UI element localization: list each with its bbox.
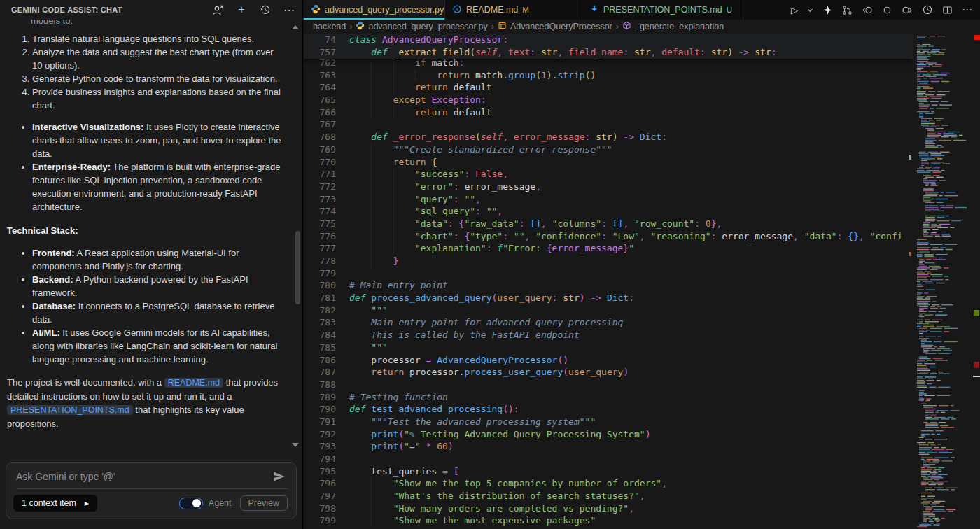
- tab-label: advanced_query_processor.py: [325, 5, 444, 15]
- code-line: 795 test_queries = [: [304, 465, 913, 478]
- breadcrumb: backend › advanced_query_processor.py › …: [304, 20, 980, 34]
- code-line: 757 def _extract_field(self, text: str, …: [304, 46, 913, 59]
- chat-input[interactable]: [16, 471, 272, 482]
- code-line: 769 """Create standardized error respons…: [304, 143, 913, 156]
- switch-account-icon[interactable]: [211, 3, 224, 16]
- tab-label: PRESENTATION_POINTS.md: [603, 5, 722, 15]
- minimap-git-added-marker: [909, 155, 911, 160]
- tab-presentation-points[interactable]: PRESENTATION_POINTS.md U: [582, 0, 743, 20]
- code-line: 776 "chart": {"type": "", "confidence": …: [304, 230, 913, 243]
- agent-toggle[interactable]: [179, 498, 203, 509]
- chat-panel-title: GEMINI CODE ASSIST: CHAT: [11, 6, 122, 14]
- ruler-added-marker: [974, 310, 979, 316]
- ruler-error-marker: [974, 35, 980, 40]
- download-arrow-icon: [589, 4, 599, 16]
- ruler-deleted-marker: [974, 362, 979, 368]
- nav-back-icon[interactable]: [862, 5, 873, 15]
- editor-actions: ▷ ⋯: [791, 0, 980, 20]
- code-line: 767: [304, 118, 913, 131]
- code-line: 777 "explanation": f"Error: {error_messa…: [304, 242, 913, 255]
- code-line: 768 def _error_response(self, error_mess…: [304, 131, 913, 143]
- scroll-up-arrow[interactable]: [292, 25, 299, 29]
- editor-pane: advanced_query_processor.py 3, M × READM…: [304, 0, 980, 529]
- chat-scrollbar[interactable]: [295, 231, 300, 304]
- source-control-graph-icon[interactable]: [842, 5, 853, 15]
- preview-button[interactable]: Preview: [240, 495, 288, 511]
- code-line: 778 }: [304, 255, 913, 267]
- tab-badge: U: [727, 6, 732, 14]
- closing-paragraph: The project is well-documented, with a R…: [7, 376, 283, 430]
- breadcrumb-class[interactable]: AdvancedQueryProcessor: [510, 22, 612, 31]
- list-item: Database: It connects to a PostgreSQL da…: [32, 299, 284, 326]
- capabilities-list: Translate natural language questions int…: [6, 32, 284, 112]
- code-line: 782 """: [304, 304, 913, 317]
- overview-ruler[interactable]: [973, 34, 980, 529]
- gemini-chat-panel: GEMINI CODE ASSIST: CHAT + ⋯ models to: …: [0, 0, 303, 529]
- chevron-right-icon: ▶: [85, 500, 89, 507]
- new-chat-icon[interactable]: +: [235, 3, 248, 16]
- code-line: 788: [304, 379, 913, 391]
- symbol-class-icon: [498, 21, 507, 32]
- code-line: 785 """: [304, 341, 913, 354]
- tab-readme[interactable]: README.md M: [445, 0, 582, 20]
- code-line: 764 return default: [304, 81, 913, 94]
- code-line: 792 print("✎ Testing Advanced Query Proc…: [304, 428, 913, 441]
- code-line: 784 This is called by the FastAPI endpoi…: [304, 329, 913, 341]
- stack-list: Frontend: A React application using Mate…: [6, 246, 284, 366]
- breadcrumb-folder[interactable]: backend: [313, 22, 346, 31]
- readme-link[interactable]: README.md: [164, 378, 223, 388]
- send-icon[interactable]: [272, 471, 286, 482]
- symbol-method-icon: [622, 21, 631, 32]
- feature-list: Interactive Visualizations: It uses Plot…: [6, 120, 284, 213]
- code-line: 797 "What's the distribution of search s…: [304, 490, 913, 502]
- history-icon[interactable]: [259, 3, 272, 16]
- python-file-icon: [356, 21, 365, 32]
- run-python-icon[interactable]: ▷: [791, 5, 798, 15]
- code-line: 74class AdvancedQueryProcessor:: [304, 34, 913, 46]
- more-actions-icon[interactable]: ⋯: [962, 3, 973, 16]
- run-dropdown-chevron-icon[interactable]: [807, 7, 813, 13]
- code-line: 787 return processor.process_user_query(…: [304, 366, 913, 379]
- code-line: 766 return default: [304, 106, 913, 119]
- scroll-down-arrow[interactable]: [292, 443, 299, 447]
- nav-circle-icon[interactable]: [882, 5, 892, 15]
- code-line: 791 """Test the advanced processing syst…: [304, 416, 913, 428]
- tab-label: README.md: [466, 5, 518, 15]
- info-icon: [452, 4, 462, 16]
- code-line: 763 return match.group(1).strip(): [304, 69, 913, 82]
- code-line: 775 "data": {"raw_data": [], "columns": …: [304, 218, 913, 230]
- code-line: 779: [304, 267, 913, 280]
- split-editor-icon[interactable]: [942, 5, 953, 15]
- code-line: 793 print("=" * 60): [304, 440, 913, 453]
- breadcrumb-method[interactable]: _generate_explanation: [635, 22, 724, 31]
- chat-message-area: models to: Translate natural language qu…: [0, 20, 293, 451]
- minimap[interactable]: [913, 34, 973, 529]
- tab-badge: M: [522, 6, 529, 14]
- toggle-knob: [192, 499, 201, 507]
- code-line: 786 processor = AdvancedQueryProcessor(): [304, 354, 913, 367]
- list-item: Backend: A Python backend powered by the…: [32, 273, 284, 299]
- timer-icon[interactable]: [922, 4, 933, 15]
- list-item: Provide business insights and explanatio…: [32, 85, 284, 112]
- context-items-button[interactable]: 1 context item ▶: [13, 495, 97, 512]
- sticky-scroll[interactable]: 74class AdvancedQueryProcessor:757 def _…: [304, 34, 913, 59]
- code-line: 796 "Show me the top 5 companies by numb…: [304, 477, 913, 490]
- code-line: 783 Main entry point for advanced query …: [304, 316, 913, 329]
- code-editor[interactable]: 762 if match:763 return match.group(1).s…: [304, 34, 913, 529]
- breadcrumb-file[interactable]: advanced_query_processor.py: [368, 22, 487, 31]
- gemini-sparkle-icon[interactable]: [822, 5, 833, 15]
- code-line: 794: [304, 453, 913, 465]
- code-line: 771 "success": False,: [304, 168, 913, 181]
- tab-advanced-query-processor[interactable]: advanced_query_processor.py 3, M ×: [304, 0, 445, 20]
- agent-label: Agent: [209, 498, 232, 508]
- more-actions-icon[interactable]: ⋯: [283, 3, 295, 16]
- code-line: 790def test_advanced_processing():: [304, 403, 913, 416]
- list-item: AI/ML: It uses Google Gemini models for …: [32, 326, 284, 366]
- nav-forward-icon[interactable]: [902, 5, 913, 15]
- presentation-points-link[interactable]: PRESENTATION_POINTS.md: [7, 405, 133, 415]
- code-line: 780# Main entry point: [304, 279, 913, 292]
- tech-stack-heading: Technical Stack:: [7, 224, 284, 237]
- list-item: Enterprise-Ready: The platform is built …: [32, 160, 284, 213]
- clipped-text-line: models to:: [31, 20, 284, 27]
- python-file-icon: [311, 4, 321, 16]
